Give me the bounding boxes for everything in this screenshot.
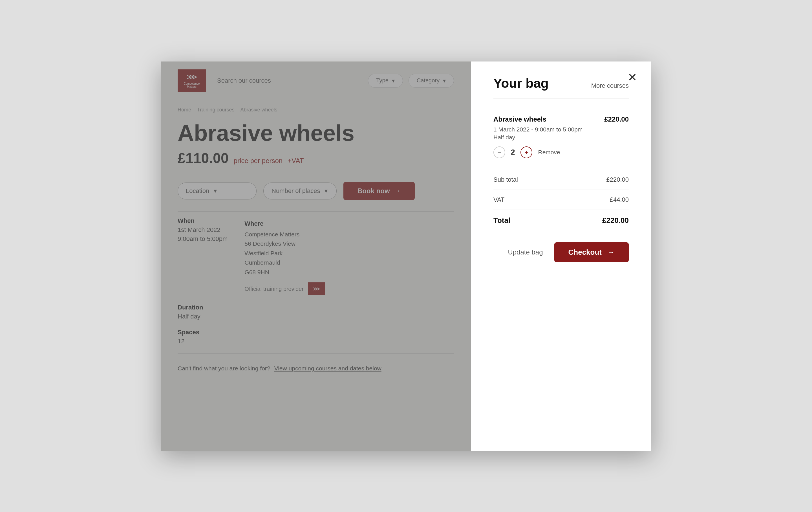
left-panel: ⋙ CompetenceMatters Search our cources T… <box>161 61 471 451</box>
subtotal-value: £220.00 <box>606 176 629 183</box>
modal-container: ⋙ CompetenceMatters Search our cources T… <box>161 61 651 451</box>
quantity-row: − 2 + Remove <box>493 146 629 158</box>
bag-title: Your bag <box>493 76 549 91</box>
quantity-increase-button[interactable]: + <box>520 146 532 158</box>
subtotal-row: Sub total £220.00 <box>493 170 629 190</box>
item-duration: Half day <box>493 134 629 141</box>
quantity-decrease-button[interactable]: − <box>493 146 505 158</box>
update-bag-button[interactable]: Update bag <box>508 248 543 256</box>
grand-total-row: Total £220.00 <box>493 210 629 231</box>
more-courses-link[interactable]: More courses <box>591 82 629 89</box>
bag-header: Your bag More courses <box>493 76 629 98</box>
quantity-value: 2 <box>511 148 515 157</box>
vat-label: VAT <box>493 196 505 203</box>
bag-actions: Update bag Checkout → <box>493 242 629 262</box>
checkout-button[interactable]: Checkout → <box>554 242 629 262</box>
total-value: £220.00 <box>602 216 629 225</box>
checkout-arrow-icon: → <box>607 248 615 257</box>
vat-value: £44.00 <box>610 196 629 203</box>
remove-item-link[interactable]: Remove <box>538 149 560 156</box>
item-price: £220.00 <box>604 115 629 123</box>
bag-panel: ✕ Your bag More courses Abrasive wheels … <box>471 61 651 451</box>
total-label: Total <box>493 216 510 225</box>
subtotal-label: Sub total <box>493 176 518 183</box>
item-name: Abrasive wheels <box>493 115 546 123</box>
overlay <box>161 61 471 451</box>
vat-row: VAT £44.00 <box>493 190 629 210</box>
bag-item: Abrasive wheels £220.00 1 March 2022 - 9… <box>493 107 629 167</box>
close-button[interactable]: ✕ <box>628 72 637 83</box>
item-date: 1 March 2022 - 9:00am to 5:00pm <box>493 126 629 133</box>
item-header: Abrasive wheels £220.00 <box>493 115 629 123</box>
totals-section: Sub total £220.00 VAT £44.00 Total £220.… <box>493 170 629 231</box>
page-wrapper: ⋙ CompetenceMatters Search our cources T… <box>0 0 812 512</box>
checkout-label: Checkout <box>569 248 602 257</box>
